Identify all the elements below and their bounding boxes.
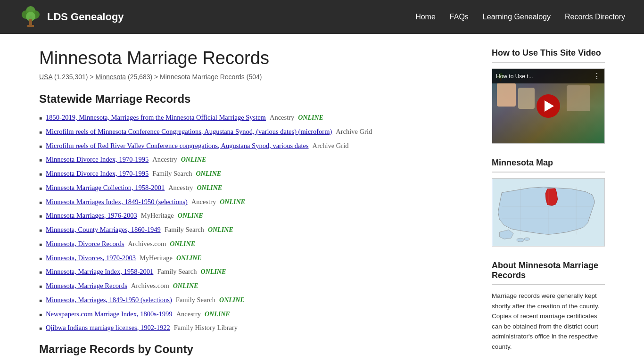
online-badge: ONLINE — [208, 225, 233, 235]
record-source: Archives.com — [131, 281, 169, 291]
record-source: MyHeritage — [141, 211, 174, 221]
list-item: Newspapers.com Marriage Index, 1800s-199… — [39, 309, 473, 320]
record-link[interactable]: Minnesota Divorce Index, 1970-1995 — [46, 169, 149, 179]
record-link[interactable]: Minnesota Marriages Index, 1849-1950 (se… — [46, 197, 188, 207]
play-triangle-icon — [545, 100, 554, 112]
list-item: Microfilm reels of Red River Valley Conf… — [39, 141, 473, 151]
record-source: Ancestry — [191, 197, 216, 207]
list-item: Ojibwa Indians marriage licenses, 1902-1… — [39, 323, 473, 333]
list-item: Minnesota, Marriage Index, 1958-2001 Fam… — [39, 267, 473, 277]
logo-link[interactable]: LDS Genealogy — [19, 5, 124, 29]
breadcrumb: USA (1,235,301) > Minnesota (25,683) > M… — [39, 73, 473, 81]
sidebar-map-title: Minnesota Map — [492, 158, 605, 168]
list-item: Minnesota Marriages Index, 1849-1950 (se… — [39, 197, 473, 207]
about-text: Marriage records were generally kept sho… — [492, 291, 605, 352]
list-item: Microfilm reels of Minnesota Conference … — [39, 127, 473, 137]
record-link[interactable]: Minnesota, Marriages, 1849-1950 (selecti… — [46, 295, 172, 305]
sidebar: How to Use This Site Video — [492, 48, 605, 362]
breadcrumb-sep1: > — [90, 73, 95, 81]
nav-records-directory[interactable]: Records Directory — [565, 10, 625, 24]
list-item: 1850-2019, Minnesota, Marriages from the… — [39, 113, 473, 123]
logo-tree-icon — [19, 5, 42, 29]
play-button[interactable] — [537, 94, 560, 118]
county-section-title: Marriage Records by County — [39, 343, 473, 356]
record-link[interactable]: Minnesota Marriage Collection, 1958-2001 — [46, 183, 165, 193]
list-item: Minnesota, County Marriages, 1860-1949 F… — [39, 225, 473, 235]
sidebar-map-section: Minnesota Map — [492, 158, 605, 247]
record-link[interactable]: Microfilm reels of Red River Valley Conf… — [46, 141, 308, 151]
sidebar-divider-about — [492, 284, 605, 285]
statewide-section-title: Statewide Marriage Records — [39, 92, 473, 106]
sidebar-video-title: How to Use This Site Video — [492, 48, 605, 58]
nav-home[interactable]: Home — [415, 10, 436, 24]
record-source: Family Search — [176, 295, 215, 305]
list-item: Minnesota, Marriage Records Archives.com… — [39, 281, 473, 291]
nav-faqs[interactable]: FAQs — [450, 10, 469, 24]
list-item: Minnesota Divorce Index, 1970-1995 Ances… — [39, 155, 473, 165]
record-source: Ancestry — [168, 183, 193, 193]
record-source: Family Search — [157, 267, 197, 277]
online-badge: ONLINE — [219, 295, 245, 305]
list-item: Minnesota Marriages, 1976-2003 MyHeritag… — [39, 211, 473, 221]
sidebar-about-section: About Minnesota Marriage Records Marriag… — [492, 261, 605, 352]
online-badge: ONLINE — [298, 113, 323, 123]
breadcrumb-sep2: > Minnesota Marriage Records (504) — [154, 73, 262, 81]
breadcrumb-usa-count: (1,235,301) — [54, 73, 88, 81]
map-svg — [492, 179, 604, 246]
record-link[interactable]: Minnesota Marriages, 1976-2003 — [46, 211, 137, 221]
svg-rect-5 — [27, 25, 34, 27]
online-badge: ONLINE — [178, 211, 203, 221]
online-badge: ONLINE — [205, 309, 230, 319]
online-badge: ONLINE — [181, 155, 206, 165]
record-link[interactable]: Minnesota, Marriage Records — [46, 281, 127, 291]
list-item: Minnesota Marriage Collection, 1958-2001… — [39, 183, 473, 193]
svg-point-13 — [524, 238, 530, 240]
record-source: Ancestry — [152, 155, 177, 165]
breadcrumb-mn-count: (25,683) — [128, 73, 152, 81]
main-nav: Home FAQs Learning Genealogy Records Dir… — [415, 10, 625, 24]
record-source: MyHeritage — [140, 253, 173, 263]
online-badge: ONLINE — [196, 169, 221, 179]
breadcrumb-minnesota[interactable]: Minnesota — [95, 73, 126, 81]
record-source: Archive Grid — [336, 127, 372, 137]
online-badge: ONLINE — [176, 253, 202, 263]
record-source: Family Search — [165, 225, 204, 235]
records-list: 1850-2019, Minnesota, Marriages from the… — [39, 113, 473, 333]
record-link[interactable]: Ojibwa Indians marriage licenses, 1902-1… — [46, 323, 170, 333]
sidebar-about-title: About Minnesota Marriage Records — [492, 261, 605, 280]
record-source: Ancestry — [176, 309, 201, 320]
svg-point-12 — [517, 238, 524, 242]
list-item: Minnesota, Divorces, 1970-2003 MyHeritag… — [39, 253, 473, 263]
list-item: Minnesota Divorce Index, 1970-1995 Famil… — [39, 169, 473, 179]
online-badge: ONLINE — [201, 267, 226, 277]
record-link[interactable]: Minnesota, Divorce Records — [46, 239, 124, 249]
record-link[interactable]: Minnesota Divorce Index, 1970-1995 — [46, 155, 149, 165]
sidebar-divider-video — [492, 62, 605, 63]
sidebar-divider-map — [492, 172, 605, 173]
site-header: LDS Genealogy Home FAQs Learning Genealo… — [0, 0, 644, 34]
record-source: Family History Library — [174, 323, 238, 333]
record-link[interactable]: Minnesota, County Marriages, 1860-1949 — [46, 225, 161, 235]
logo-text: LDS Genealogy — [47, 11, 124, 23]
record-link[interactable]: Minnesota, Divorces, 1970-2003 — [46, 253, 136, 263]
online-badge: ONLINE — [197, 183, 222, 193]
page-title: Minnesota Marriage Records — [39, 48, 473, 68]
record-source: Archive Grid — [313, 141, 349, 151]
breadcrumb-usa[interactable]: USA — [39, 73, 52, 81]
record-source: Family Search — [152, 169, 192, 179]
us-map[interactable] — [492, 178, 605, 247]
list-item: Minnesota, Divorce Records Archives.com … — [39, 239, 473, 249]
record-source: Archives.com — [128, 239, 166, 249]
record-link[interactable]: Microfilm reels of Minnesota Conference … — [46, 127, 332, 137]
video-thumbnail[interactable]: How to Use t... ⋮ — [492, 68, 605, 144]
record-source: Ancestry — [270, 113, 294, 123]
nav-learning-genealogy[interactable]: Learning Genealogy — [483, 10, 551, 24]
page-container: Minnesota Marriage Records USA (1,235,30… — [20, 34, 624, 362]
record-link[interactable]: 1850-2019, Minnesota, Marriages from the… — [46, 113, 266, 123]
record-link[interactable]: Newspapers.com Marriage Index, 1800s-199… — [46, 309, 173, 320]
list-item: Minnesota, Marriages, 1849-1950 (selecti… — [39, 295, 473, 305]
video-play-overlay[interactable] — [492, 69, 604, 143]
record-link[interactable]: Minnesota, Marriage Index, 1958-2001 — [46, 267, 153, 277]
online-badge: ONLINE — [173, 281, 198, 291]
sidebar-video-section: How to Use This Site Video — [492, 48, 605, 144]
